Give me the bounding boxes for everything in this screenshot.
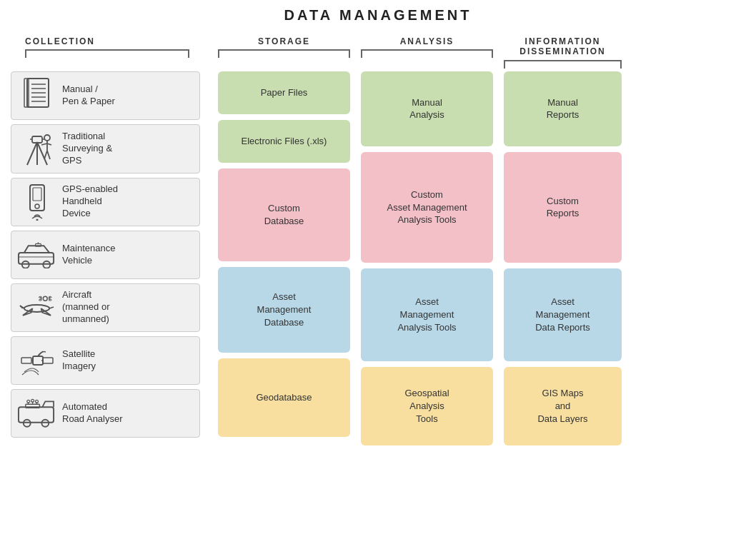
storage-column: Paper Files Electronic Files (.xls) Cust… bbox=[218, 71, 350, 445]
header-storage: STORAGE bbox=[258, 36, 310, 46]
analysis-column: ManualAnalysis CustomAsset ManagementAna… bbox=[361, 71, 493, 445]
label-manual-pen: Manual /Pen & Paper bbox=[56, 84, 115, 108]
header-info: INFORMATION DISSEMINATION bbox=[519, 36, 605, 57]
van-icon bbox=[17, 398, 56, 428]
svg-point-13 bbox=[44, 135, 50, 141]
satellite-icon bbox=[17, 343, 56, 378]
surveyor-icon bbox=[17, 129, 56, 168]
info-column: ManualReports CustomReports AssetManagem… bbox=[504, 71, 622, 445]
collection-item-manual-pen: Manual /Pen & Paper bbox=[11, 71, 200, 120]
svg-line-18 bbox=[47, 151, 50, 159]
svg-line-7 bbox=[27, 142, 37, 165]
header-analysis: ANALYSIS bbox=[400, 36, 454, 46]
card-paper-files: Paper Files bbox=[218, 71, 350, 114]
header-collection: COLLECTION bbox=[25, 36, 95, 46]
svg-rect-45 bbox=[19, 407, 54, 423]
collection-item-road-analyser: AutomatedRoad Analyser bbox=[11, 389, 200, 438]
card-manual-reports: ManualReports bbox=[504, 71, 622, 146]
plane-icon bbox=[17, 293, 56, 323]
svg-point-35 bbox=[39, 296, 41, 298]
label-vehicle: MaintenanceVehicle bbox=[56, 243, 115, 267]
phone-icon bbox=[17, 183, 56, 221]
card-custom-asset-tools: CustomAsset ManagementAnalysis Tools bbox=[361, 152, 493, 263]
collection-item-aircraft: Aircraft(manned orunmanned) bbox=[11, 283, 200, 332]
collection-item-vehicle: MaintenanceVehicle bbox=[11, 231, 200, 279]
svg-point-30 bbox=[43, 296, 47, 301]
svg-point-54 bbox=[36, 400, 39, 403]
svg-rect-41 bbox=[43, 358, 53, 363]
bracket-collection bbox=[25, 49, 189, 58]
svg-point-52 bbox=[27, 400, 30, 403]
bracket-info bbox=[504, 60, 622, 69]
svg-rect-19 bbox=[30, 185, 44, 211]
collection-item-surveying: TraditionalSurveying &GPS bbox=[11, 124, 200, 173]
svg-rect-48 bbox=[26, 404, 40, 408]
svg-point-37 bbox=[49, 296, 51, 298]
svg-rect-40 bbox=[21, 358, 31, 363]
card-asset-mgmt-tools: AssetManagementAnalysis Tools bbox=[361, 268, 493, 361]
svg-line-15 bbox=[41, 143, 47, 145]
card-asset-mgmt-db: AssetManagementDatabase bbox=[218, 267, 350, 353]
svg-line-17 bbox=[44, 151, 47, 159]
car-icon bbox=[17, 241, 56, 268]
svg-point-21 bbox=[35, 204, 39, 208]
card-geodatabase: Geodatabase bbox=[218, 358, 350, 437]
label-surveying: TraditionalSurveying &GPS bbox=[56, 131, 112, 167]
notebook-icon bbox=[17, 77, 56, 114]
svg-rect-39 bbox=[33, 356, 43, 365]
svg-line-44 bbox=[38, 351, 43, 356]
card-electronic-files: Electronic Files (.xls) bbox=[218, 120, 350, 163]
label-gps-handheld: GPS-enabledHandheldDevice bbox=[56, 183, 118, 220]
card-manual-analysis: ManualAnalysis bbox=[361, 71, 493, 146]
collection-column: Manual /Pen & Paper bbox=[11, 71, 200, 438]
svg-point-29 bbox=[24, 305, 49, 312]
collection-item-satellite: SatelliteImagery bbox=[11, 336, 200, 385]
card-custom-reports: CustomReports bbox=[504, 152, 622, 263]
svg-line-16 bbox=[47, 143, 51, 145]
main-title: DATA MANAGEMENT bbox=[11, 7, 745, 24]
collection-item-gps-handheld: GPS-enabledHandheldDevice bbox=[11, 178, 200, 226]
card-custom-database: CustomDatabase bbox=[218, 168, 350, 261]
card-gis-maps: GIS MapsandData Layers bbox=[504, 367, 622, 445]
svg-rect-20 bbox=[33, 188, 41, 201]
bracket-storage bbox=[218, 49, 350, 58]
svg-point-22 bbox=[36, 218, 38, 221]
label-road-analyser: AutomatedRoad Analyser bbox=[56, 401, 123, 425]
label-satellite: SatelliteImagery bbox=[56, 348, 96, 373]
card-asset-data-reports: AssetManagementData Reports bbox=[504, 268, 622, 361]
label-aircraft: Aircraft(manned orunmanned) bbox=[56, 289, 109, 326]
bracket-analysis bbox=[361, 49, 493, 58]
card-geospatial-tools: GeospatialAnalysisTools bbox=[361, 367, 493, 445]
svg-rect-10 bbox=[32, 136, 42, 143]
